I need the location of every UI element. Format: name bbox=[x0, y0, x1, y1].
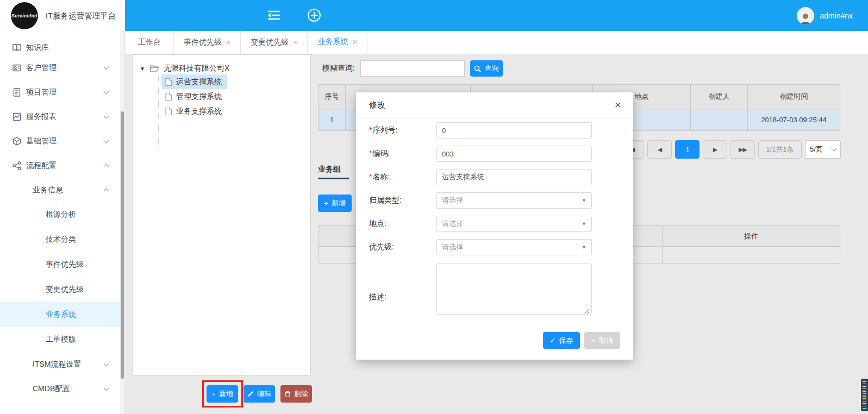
collapse-sidebar-icon[interactable] bbox=[266, 8, 282, 23]
tree-root-node[interactable]: ▼ 无限科技有限公司X bbox=[140, 61, 229, 76]
sidebar-item-project-mgmt[interactable]: 项目管理 bbox=[0, 80, 124, 104]
delete-button[interactable]: 删除 bbox=[280, 385, 312, 403]
name-input[interactable] bbox=[436, 169, 592, 185]
location-select[interactable]: 请选择▼ bbox=[436, 216, 592, 232]
search-label: 模糊查询: bbox=[322, 64, 355, 73]
pencil-icon bbox=[247, 391, 254, 397]
chevron-up-icon bbox=[104, 164, 109, 170]
folder-open-icon bbox=[149, 64, 159, 73]
chevron-up-icon bbox=[104, 189, 109, 194]
tab-change-priority[interactable]: 变更优先级 × bbox=[241, 31, 308, 54]
file-icon bbox=[165, 78, 172, 86]
pagination-bar: |◀ ◀ 1 ▶ ▶▶ 1/1共1条 5/页 bbox=[620, 140, 841, 159]
tree-node-operation-support[interactable]: 运营支撑系统 bbox=[161, 74, 227, 89]
username-text: admin#nx bbox=[820, 11, 853, 20]
tab-label: 工作台 bbox=[138, 37, 161, 47]
required-mark: * bbox=[369, 172, 372, 181]
modal-header: 修改 × bbox=[356, 92, 633, 118]
org-tree-panel: ▼ 无限科技有限公司X 运营支撑系统 管理支撑系统 业务支撑系统 bbox=[133, 54, 311, 375]
page-size-select[interactable]: 5/页 bbox=[805, 140, 841, 159]
search-input[interactable] bbox=[360, 60, 465, 77]
cube-icon bbox=[12, 136, 22, 146]
tree-root-label: 无限科技有限公司X bbox=[164, 64, 229, 73]
form-row-name: *名称: bbox=[369, 169, 423, 185]
chevron-down-icon bbox=[104, 65, 109, 70]
sidebar-item-label: ITSM流程设置 bbox=[33, 360, 81, 369]
page-number-button[interactable]: 1 bbox=[675, 140, 700, 159]
next-page-button[interactable]: ▶ bbox=[703, 140, 727, 159]
sidebar-nav: 知识库 客户管理 项目管理 服务报表 基础管理 流程配置 业务信息 bbox=[0, 31, 125, 414]
tab-workbench[interactable]: 工作台 bbox=[125, 31, 174, 54]
field-label: *序列号: bbox=[369, 126, 423, 135]
sidebar-item-basic-mgmt[interactable]: 基础管理 bbox=[0, 129, 124, 153]
seq-input[interactable] bbox=[436, 122, 592, 139]
chevron-down-icon bbox=[104, 386, 109, 391]
sidebar-item-cmdb-config[interactable]: CMDB配置 bbox=[0, 377, 124, 401]
close-tab-icon[interactable]: × bbox=[226, 38, 230, 47]
tree-node-management-support[interactable]: 管理支撑系统 bbox=[161, 89, 227, 104]
sidebar-item-root-cause[interactable]: 根源分析 bbox=[0, 202, 124, 227]
servicehot-logo: Servicehot bbox=[11, 2, 38, 29]
save-button[interactable]: ✓保存 bbox=[543, 332, 580, 349]
tab-business-system[interactable]: 业务系统 × bbox=[308, 31, 367, 54]
required-mark: * bbox=[369, 126, 372, 134]
tree-expand-caret-icon[interactable]: ▼ bbox=[140, 66, 145, 72]
close-tab-icon[interactable]: × bbox=[293, 38, 297, 47]
sidebar-scrollbar[interactable] bbox=[120, 31, 124, 414]
type-select[interactable]: 请选择▼ bbox=[436, 192, 592, 209]
share-network-icon bbox=[12, 161, 22, 171]
add-new-icon[interactable] bbox=[307, 8, 322, 23]
tree-node-label: 业务支撑系统 bbox=[176, 106, 222, 116]
sidebar-item-customer-mgmt[interactable]: 客户管理 bbox=[0, 55, 124, 80]
sidebar-item-business-system[interactable]: 业务系统 bbox=[0, 302, 124, 327]
code-input[interactable] bbox=[436, 146, 592, 162]
priority-select[interactable]: 请选择▼ bbox=[436, 239, 592, 255]
sidebar-item-label: 事件优先级 bbox=[46, 260, 84, 269]
sidebar-item-label: 变更优先级 bbox=[46, 285, 84, 294]
form-row-code: *编码: bbox=[369, 146, 423, 162]
field-label: 描述: bbox=[369, 292, 423, 302]
sidebar-item-tech-category[interactable]: 技术分类 bbox=[0, 227, 124, 252]
col-action: 操作 bbox=[663, 226, 840, 247]
sidebar-item-change-priority[interactable]: 变更优先级 bbox=[0, 277, 124, 302]
modal-close-icon[interactable]: × bbox=[615, 99, 621, 110]
tab-label: 业务系统 bbox=[317, 37, 348, 47]
form-row-description: 描述: bbox=[369, 289, 423, 305]
sidebar-item-business-info[interactable]: 业务信息 bbox=[0, 178, 124, 202]
business-group-title-underline bbox=[318, 178, 349, 179]
sidebar-item-incident-priority[interactable]: 事件优先级 bbox=[0, 252, 124, 277]
document-icon bbox=[12, 87, 22, 97]
dropdown-caret-icon: ▼ bbox=[582, 198, 586, 203]
sidebar-item-service-reports[interactable]: 服务报表 bbox=[0, 104, 124, 129]
col-seq: 序号 bbox=[319, 85, 346, 109]
business-group-add-button[interactable]: +新增 bbox=[318, 195, 352, 212]
cancel-button[interactable]: ×取消 bbox=[584, 332, 620, 349]
form-row-seq: *序列号: bbox=[369, 122, 423, 139]
tab-incident-priority[interactable]: 事件优先级 × bbox=[174, 31, 241, 54]
add-button[interactable]: +新增 bbox=[207, 385, 238, 403]
logo-text: Servicehot bbox=[11, 13, 38, 18]
last-page-button[interactable]: ▶▶ bbox=[730, 140, 755, 159]
pagination-info: 1/1共1条 bbox=[758, 140, 802, 159]
sidebar-scrollbar-thumb[interactable] bbox=[121, 111, 124, 379]
sidebar-item-label: 项目管理 bbox=[26, 87, 57, 97]
modal-footer: ✓保存 ×取消 bbox=[543, 332, 621, 349]
sidebar-item-process-config[interactable]: 流程配置 bbox=[0, 153, 124, 178]
tree-node-business-support[interactable]: 业务支撑系统 bbox=[161, 104, 227, 118]
scroll-indicator-widget bbox=[861, 379, 868, 411]
field-label: *编码: bbox=[369, 149, 423, 159]
prev-page-button[interactable]: ◀ bbox=[647, 140, 672, 159]
user-menu[interactable]: admin#nx bbox=[797, 0, 853, 31]
sidebar-item-itsm-process[interactable]: ITSM流程设置 bbox=[0, 352, 124, 377]
tab-bar: 工作台 事件优先级 × 变更优先级 × 业务系统 × bbox=[125, 31, 868, 54]
sidebar-item-ticket-template[interactable]: 工单模版 bbox=[0, 327, 124, 352]
edit-modal: 修改 × *序列号: *编码: *名称: 归属类型: 请选择▼ 地点: 请选择▼… bbox=[356, 92, 633, 360]
fuzzy-search-bar: 模糊查询: 查询 bbox=[322, 60, 503, 77]
description-textarea[interactable] bbox=[436, 264, 592, 315]
plus-icon: + bbox=[324, 199, 328, 208]
edit-button[interactable]: 编辑 bbox=[243, 385, 275, 403]
tab-label: 事件优先级 bbox=[184, 37, 222, 47]
business-group-title: 业务组 bbox=[318, 165, 341, 174]
close-tab-icon[interactable]: × bbox=[352, 37, 357, 46]
search-button[interactable]: 查询 bbox=[470, 60, 503, 77]
